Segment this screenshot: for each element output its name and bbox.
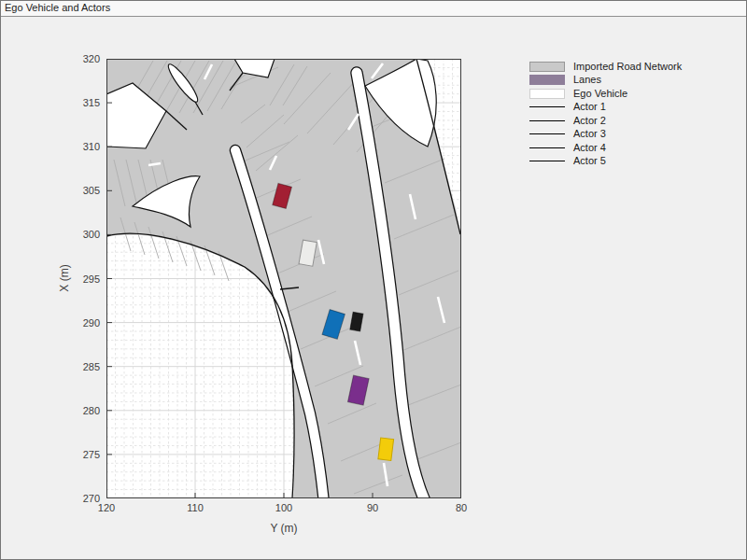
y-tick-label: 300 [68, 229, 100, 240]
legend-line-swatch [529, 147, 565, 148]
legend-item: Imported Road Network [529, 60, 682, 74]
legend-line-swatch [529, 161, 565, 161]
legend-item: Actor 1 [529, 101, 682, 115]
legend-patch-swatch [529, 89, 565, 99]
legend-item: Actor 3 [529, 128, 682, 142]
legend-item: Actor 4 [529, 141, 682, 155]
legend-line-swatch [529, 106, 565, 107]
legend-label: Imported Road Network [573, 62, 682, 72]
legend-item: Actor 5 [529, 155, 682, 169]
legend-label: Ego Vehicle [573, 89, 627, 99]
legend-label: Actor 4 [573, 143, 606, 153]
legend-label: Actor 1 [573, 102, 606, 112]
legend-item: Lanes [529, 74, 682, 88]
y-tick-label: 275 [68, 449, 100, 460]
figure-window: Ego Vehicle and Actors [0, 0, 747, 560]
figure-canvas: 1201101009080320315310305300295290285280… [1, 17, 746, 559]
x-tick-label: 90 [354, 502, 391, 513]
legend-line-swatch [529, 120, 565, 121]
y-tick-label: 285 [68, 361, 100, 372]
vehicle-actor-yellow [378, 438, 394, 461]
y-tick-label: 280 [68, 405, 100, 416]
x-axis-label: Y (m) [247, 522, 321, 535]
window-title: Ego Vehicle and Actors [5, 2, 110, 13]
legend: Imported Road NetworkLanesEgo VehicleAct… [529, 60, 682, 168]
y-tick-label: 320 [68, 53, 100, 64]
y-tick-label: 295 [68, 273, 100, 285]
legend-label: Actor 5 [573, 156, 606, 166]
legend-patch-swatch [529, 62, 565, 72]
y-tick-label: 290 [68, 317, 100, 329]
window-titlebar[interactable]: Ego Vehicle and Actors [1, 1, 746, 17]
y-tick-label: 310 [68, 141, 100, 152]
legend-item: Actor 2 [529, 114, 682, 128]
y-tick-label: 270 [68, 493, 100, 504]
x-tick-label: 110 [176, 502, 214, 513]
legend-patch-swatch [529, 75, 565, 85]
x-tick-label: 80 [443, 502, 480, 513]
legend-label: Actor 2 [573, 116, 606, 126]
legend-label: Lanes [573, 75, 601, 85]
legend-label: Actor 3 [573, 129, 606, 139]
y-axis-label: X (m) [58, 258, 71, 299]
y-tick-label: 315 [68, 97, 100, 108]
y-tick-label: 305 [68, 185, 100, 196]
legend-line-swatch [529, 133, 565, 134]
legend-item: Ego Vehicle [529, 87, 682, 101]
plot-area[interactable] [106, 59, 461, 498]
birds-eye-plot [106, 59, 461, 498]
x-tick-label: 100 [265, 502, 303, 513]
